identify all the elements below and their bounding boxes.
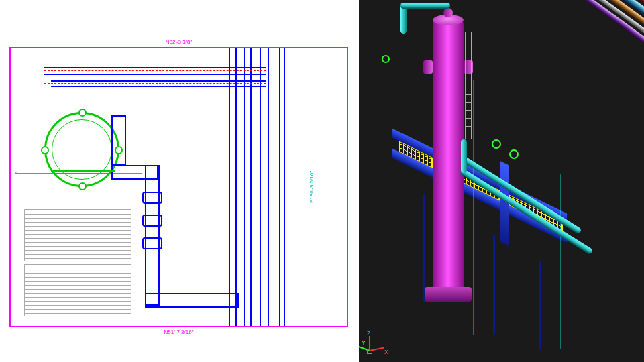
axis-z-label: Z <box>367 330 371 337</box>
pipe-vert-3 <box>244 48 245 326</box>
plan-view-2d[interactable]: N82'-3 3/8" N51'-7 3/16" E141'-1 1/2" E1… <box>0 0 359 362</box>
valve-handwheel-3 <box>382 55 390 63</box>
dimension-east-cyan: E186'-9 5/16" <box>309 171 315 203</box>
cage-ladder <box>465 32 472 139</box>
pipe-hdr-2 <box>44 74 266 75</box>
pipe-vert-7 <box>274 48 274 326</box>
vessel-plan-circle <box>44 112 119 187</box>
valve-handwheel-2 <box>509 149 519 159</box>
ucs-triad-icon: X Y Z <box>366 315 406 355</box>
dimension-north-top: N82'-3 3/8" <box>166 39 193 45</box>
pipe-vert-9 <box>284 48 285 326</box>
tower-nozzle-1 <box>423 60 433 74</box>
nozzle-n2 <box>78 182 87 190</box>
axis-y-label: Y <box>362 339 366 346</box>
dimension-north-bottom: N51'-7 3/16" <box>164 329 194 335</box>
pipe-vert-10 <box>290 48 290 326</box>
tower-nozzle-top <box>443 8 453 17</box>
pipe-drop-a <box>145 165 160 306</box>
model-view-3d[interactable]: X Y Z <box>359 0 644 362</box>
pipe-vert-4 <box>250 48 252 326</box>
column-2 <box>493 235 495 335</box>
tower-skirt <box>425 287 472 302</box>
pipe-vert-5 <box>260 48 261 326</box>
support-line-1 <box>51 170 115 172</box>
plan-extents-border: N82'-3 3/8" N51'-7 3/16" E141'-1 1/2" E1… <box>9 47 348 327</box>
grid-line-1 <box>386 87 386 315</box>
pipe-hdr-4 <box>51 86 266 87</box>
pipe-vert-6 <box>268 48 269 326</box>
valve-3 <box>142 237 162 249</box>
axis-x-label: X <box>384 349 388 355</box>
column-1 <box>423 194 425 302</box>
cyan-pipe-top <box>400 3 450 9</box>
grid-line-2 <box>473 80 474 335</box>
nozzle-n1 <box>78 109 87 117</box>
valve-2 <box>142 215 162 227</box>
nozzle-n3 <box>41 146 49 154</box>
pipe-hdr-3 <box>51 80 266 82</box>
valve-1 <box>142 192 162 204</box>
pipe-vert-1 <box>229 48 230 326</box>
pipe-hdr-1 <box>44 67 266 68</box>
column-3 <box>539 261 541 349</box>
rack-pipe-8 <box>480 0 644 161</box>
rack-pipe-3 <box>505 0 644 127</box>
pipe-vert-2 <box>235 48 237 326</box>
vertical-vessel-tower <box>433 20 464 302</box>
valve-handwheel-1 <box>492 139 501 149</box>
support-line-2 <box>56 173 110 174</box>
grid-line-3 <box>560 174 561 349</box>
centerline-2 <box>44 83 266 84</box>
pipe-riser-a <box>111 115 126 165</box>
pipe-run-bottom <box>145 293 239 308</box>
centerline-1 <box>44 70 266 71</box>
grating-panel-2 <box>24 264 131 316</box>
cyan-tap-vert <box>461 139 467 173</box>
ucs-origin-box <box>367 349 372 354</box>
pipe-vert-8 <box>279 48 280 326</box>
grating-panel-1 <box>24 209 131 261</box>
